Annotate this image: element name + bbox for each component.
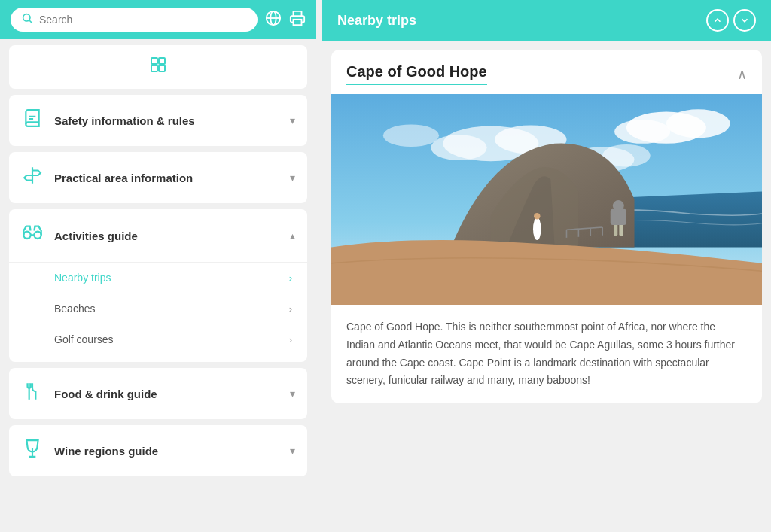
trip-card-collapse-button[interactable]: ∧ (737, 66, 747, 83)
svg-point-13 (23, 232, 30, 239)
right-panel-title: Nearby trips (337, 13, 416, 29)
svg-rect-8 (151, 65, 157, 71)
nearby-trips-label: Nearby trips (54, 272, 111, 284)
safety-label: Safety information & rules (54, 114, 279, 127)
nav-list: Safety information & rules ▾ Practical a… (0, 39, 316, 532)
nav-item-safety-header[interactable]: Safety information & rules ▾ (9, 95, 307, 146)
wine-label: Wine regions guide (54, 445, 279, 458)
golf-label: Golf courses (54, 333, 114, 345)
beaches-label: Beaches (54, 302, 95, 315)
svg-point-38 (613, 200, 624, 211)
right-header-controls (706, 9, 756, 32)
svg-point-14 (34, 232, 41, 239)
search-input-wrapper[interactable] (11, 8, 258, 32)
svg-point-18 (666, 109, 730, 138)
wine-icon (21, 439, 44, 463)
svg-point-19 (614, 120, 670, 144)
right-content: Cape of Good Hope ∧ (322, 41, 771, 532)
trip-card-header: Cape of Good Hope ∧ (331, 50, 762, 94)
svg-point-25 (383, 124, 439, 147)
nav-item-activities-header[interactable]: Activities guide ▴ (9, 209, 307, 262)
trip-image (331, 94, 762, 305)
utensils-icon (21, 382, 44, 406)
nav-item-practical: Practical area information ▾ (9, 152, 307, 203)
trip-description-text: Cape of Good Hope. This is neither south… (346, 321, 735, 386)
book-icon (21, 108, 44, 132)
nav-item-activities: Activities guide ▴ Nearby trips › Beache… (9, 209, 307, 362)
header-icons (265, 10, 306, 30)
nav-item-wine: Wine regions guide ▾ (9, 425, 307, 476)
safety-chevron: ▾ (290, 114, 295, 126)
subitem-golf[interactable]: Golf courses › (9, 324, 307, 354)
nav-item-practical-header[interactable]: Practical area information ▾ (9, 152, 307, 203)
nav-item-wine-header[interactable]: Wine regions guide ▾ (9, 425, 307, 476)
stub-icon-1 (149, 56, 167, 78)
svg-rect-6 (151, 58, 157, 64)
activities-chevron: ▴ (290, 230, 295, 242)
svg-point-33 (533, 217, 541, 240)
practical-chevron: ▾ (290, 172, 295, 184)
stub-item (9, 45, 307, 89)
globe-icon[interactable] (265, 10, 282, 30)
search-bar (0, 0, 316, 39)
svg-rect-7 (159, 58, 165, 64)
wine-chevron: ▾ (290, 445, 295, 457)
svg-line-1 (29, 20, 32, 23)
food-chevron: ▾ (290, 388, 295, 400)
subitem-beaches[interactable]: Beaches › (9, 293, 307, 324)
search-icon (21, 12, 33, 27)
trip-card-title: Cape of Good Hope (346, 63, 487, 85)
activities-label: Activities guide (54, 230, 279, 242)
svg-rect-36 (619, 223, 623, 236)
signpost-icon (21, 166, 44, 190)
search-input[interactable] (39, 14, 247, 26)
food-label: Food & drink guide (54, 388, 279, 400)
trip-card: Cape of Good Hope ∧ (331, 50, 762, 403)
beaches-chevron: › (289, 303, 292, 315)
svg-point-0 (23, 14, 30, 21)
svg-rect-9 (159, 65, 165, 71)
svg-rect-35 (614, 223, 617, 236)
binoculars-icon (21, 223, 44, 248)
print-icon[interactable] (289, 10, 306, 30)
right-header: Nearby trips (322, 0, 771, 41)
svg-rect-5 (294, 19, 302, 24)
trip-description: Cape of Good Hope. This is neither south… (331, 305, 762, 403)
nav-item-safety: Safety information & rules ▾ (9, 95, 307, 146)
nav-item-food: Food & drink guide ▾ (9, 368, 307, 419)
left-panel: Safety information & rules ▾ Practical a… (0, 0, 316, 532)
subitem-nearby-trips[interactable]: Nearby trips › (9, 262, 307, 293)
scroll-up-button[interactable] (706, 9, 729, 32)
practical-label: Practical area information (54, 172, 279, 184)
right-panel: Nearby trips Cape of Good Hope ∧ (322, 0, 771, 532)
svg-point-34 (534, 213, 540, 219)
nav-item-food-header[interactable]: Food & drink guide ▾ (9, 368, 307, 419)
activities-subitems: Nearby trips › Beaches › Golf courses › (9, 262, 307, 362)
golf-chevron: › (289, 334, 292, 345)
svg-point-22 (431, 135, 486, 160)
scroll-down-button[interactable] (733, 9, 756, 32)
nearby-trips-chevron: › (289, 272, 292, 284)
